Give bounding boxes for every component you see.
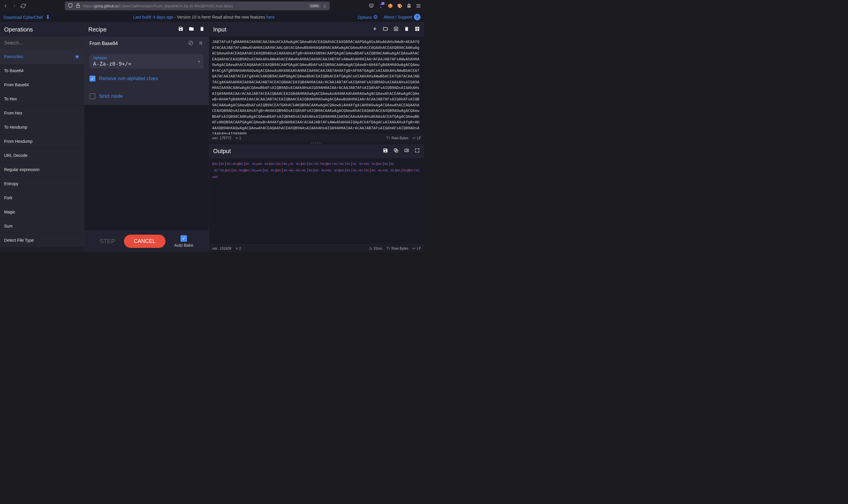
lock-icon xyxy=(75,3,81,9)
input-encoding[interactable]: TтRaw Bytes xyxy=(386,136,409,140)
svg-rect-6 xyxy=(200,41,200,45)
cancel-button[interactable]: CANCEL xyxy=(124,235,165,248)
last-build-link[interactable]: Last build: 4 days ago xyxy=(133,15,173,19)
output-eol[interactable]: ↩LF xyxy=(413,247,421,251)
svg-rect-11 xyxy=(415,29,417,31)
output-char-count: ᴀʙᴄ131828 xyxy=(212,247,231,251)
input-char-count: ᴀʙᴄ175772 xyxy=(212,136,231,140)
svg-rect-9 xyxy=(415,27,417,29)
svg-line-5 xyxy=(190,42,192,44)
autobake-checkbox[interactable]: ✓ xyxy=(180,235,187,242)
operation-item[interactable]: From Hexdump xyxy=(0,134,84,148)
download-link[interactable]: Download CyberChef xyxy=(3,15,43,20)
browser-back-button[interactable] xyxy=(3,3,8,8)
here-link[interactable]: here xyxy=(266,15,274,19)
recipe-title: Recipe xyxy=(88,26,107,33)
star-icon: ★ xyxy=(74,53,80,60)
download-icon[interactable]: ⬇ xyxy=(46,14,50,20)
about-link[interactable]: About / Support xyxy=(384,15,412,19)
search-input[interactable] xyxy=(0,36,84,50)
svg-rect-10 xyxy=(417,27,419,29)
recipe-op-name: From Base64 xyxy=(90,41,118,46)
resize-handle[interactable]: ⋮⋮ xyxy=(84,131,86,136)
open-file-icon[interactable] xyxy=(393,26,399,33)
browser-forward-button[interactable] xyxy=(12,3,17,8)
operation-item[interactable]: Regular expression xyxy=(0,162,84,177)
operation-item[interactable]: To Base64 xyxy=(0,64,84,78)
app-icon-3[interactable]: 🎨 xyxy=(397,3,402,8)
remove-chars-checkbox[interactable]: ✓ xyxy=(90,76,95,82)
svg-rect-0 xyxy=(76,5,80,8)
step-button[interactable]: STEP xyxy=(100,238,115,245)
input-line-count: ≡1 xyxy=(236,136,241,140)
output-encoding[interactable]: TтRaw Bytes xyxy=(386,247,409,251)
strict-mode-label: Strict mode xyxy=(99,94,123,99)
reset-layout-icon[interactable] xyxy=(415,26,420,33)
menu-icon[interactable] xyxy=(416,3,421,8)
app-icon-1[interactable]: 7 xyxy=(378,3,383,8)
alphabet-select[interactable]: Alphabet A-Za-z0-9+/= ▾ xyxy=(90,54,203,69)
breakpoint-icon[interactable] xyxy=(198,40,203,47)
extensions-icon[interactable] xyxy=(406,3,412,8)
disable-op-icon[interactable] xyxy=(188,40,194,47)
url-bar[interactable]: https://gchq.github.io/CyberChef/#recipe… xyxy=(65,1,330,10)
app-icon-2[interactable]: 🍪 xyxy=(387,3,393,8)
strict-mode-checkbox[interactable] xyxy=(90,93,95,99)
operation-item[interactable]: Fork xyxy=(0,191,84,205)
input-title: Input xyxy=(213,26,226,33)
add-input-tab-icon[interactable] xyxy=(372,26,378,33)
pocket-icon[interactable] xyxy=(369,3,374,8)
bookmark-star-icon[interactable]: ☆ xyxy=(323,3,327,9)
output-time: ◷31ms xyxy=(369,247,382,251)
output-text[interactable]: $NUL{NUL[NUL~NUL@NUL}NUL NUL=NUL NUL$NUL… xyxy=(209,158,424,244)
save-recipe-icon[interactable] xyxy=(178,26,183,33)
copy-output-icon[interactable] xyxy=(393,148,399,155)
shield-icon xyxy=(68,3,73,9)
operation-item[interactable]: Sum xyxy=(0,219,84,233)
zoom-badge[interactable]: 120% xyxy=(309,3,320,8)
input-eol[interactable]: ↩LF xyxy=(413,136,421,140)
operations-title: Operations xyxy=(4,26,33,33)
open-folder-icon[interactable] xyxy=(383,26,388,33)
options-link[interactable]: Options xyxy=(358,15,372,20)
input-text[interactable]: JAB7AFsAfgBAAH0AIAA9ACAAJAAoACkA0wAgACQA… xyxy=(209,36,424,134)
operation-item[interactable]: URL Decode xyxy=(0,148,84,162)
clear-recipe-icon[interactable] xyxy=(199,26,205,33)
output-title: Output xyxy=(213,148,231,155)
version-banner: Last build: 4 days ago - Version 10 is h… xyxy=(133,15,274,19)
remove-chars-label: Remove non-alphabet chars xyxy=(99,76,158,81)
help-icon[interactable]: ? xyxy=(414,14,420,20)
maximize-output-icon[interactable] xyxy=(415,148,420,155)
gear-icon[interactable]: ⚙ xyxy=(373,14,378,20)
url-text: https://gchq.github.io/CyberChef/#recipe… xyxy=(83,4,306,8)
operation-item[interactable]: To Hexdump xyxy=(0,120,84,134)
browser-reload-button[interactable] xyxy=(21,3,26,8)
save-output-icon[interactable] xyxy=(383,148,388,155)
svg-rect-7 xyxy=(201,41,202,45)
svg-rect-12 xyxy=(417,29,419,31)
chevron-down-icon: ▾ xyxy=(198,59,200,64)
operation-item[interactable]: To Hex xyxy=(0,92,84,106)
operation-item[interactable]: From Base64 xyxy=(0,78,84,92)
output-line-count: ≡2 xyxy=(236,247,241,251)
operation-item[interactable]: Detect File Type xyxy=(0,233,84,247)
move-output-to-input-icon[interactable] xyxy=(404,148,409,155)
load-recipe-icon[interactable] xyxy=(189,26,194,33)
clear-input-icon[interactable] xyxy=(404,26,409,33)
io-divider[interactable]: ●●●●●● xyxy=(209,142,424,144)
operation-item[interactable]: Magic xyxy=(0,205,84,219)
operation-item[interactable]: From Hex xyxy=(0,106,84,120)
operation-item[interactable]: Entropy xyxy=(0,177,84,191)
favourites-header[interactable]: Favourites ★ xyxy=(0,50,84,64)
autobake-label: Auto Bake xyxy=(174,243,194,248)
